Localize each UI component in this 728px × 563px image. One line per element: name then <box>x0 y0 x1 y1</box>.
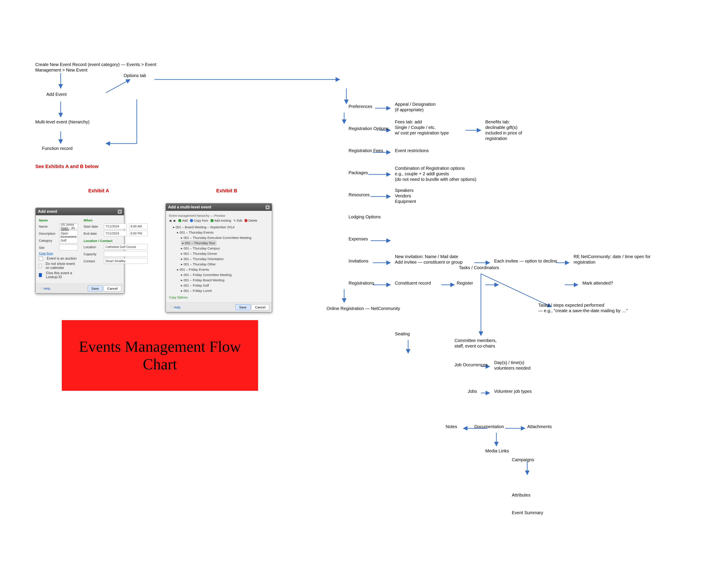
tree-item[interactable]: ▸ 001 – Friday Committee Meeting <box>169 272 269 277</box>
nav-right-icon[interactable]: ▶ <box>174 219 176 222</box>
help-link[interactable]: ❔ Help <box>38 287 50 291</box>
exhibit-a-shot: Add event ✕ Name Name US Junior Open - J… <box>35 207 124 294</box>
location-label: Location <box>84 245 102 249</box>
flow-node-n21: Attributes <box>512 492 556 498</box>
flow-node-n24: Event restrictions <box>395 148 452 153</box>
flow-node-n19: Documentation <box>474 424 527 430</box>
location-input[interactable]: Cathedral Golf Course <box>104 244 148 250</box>
flow-node-n9: Resources <box>349 192 393 197</box>
help-link[interactable]: ❔ Help <box>169 305 180 309</box>
flow-node-n2: Multi-level event (hierarchy) <box>35 119 115 125</box>
flow-node-n31: Day(s) / time(s) volunteers needed <box>494 360 560 371</box>
nav-left-icon[interactable]: ◀ <box>169 219 171 222</box>
event-tree[interactable]: ▸ 001 – Board Meeting – September 2014▸ … <box>169 224 269 294</box>
tree-item[interactable]: ▸ 001 – Board Meeting – September 2014 <box>169 224 269 230</box>
tree-item[interactable]: ▸ 001 – Thursday Campus <box>169 246 269 251</box>
site-input[interactable] <box>59 244 78 250</box>
edit-button[interactable]: ✎ Edit <box>233 219 242 222</box>
exhibit-b-shot: Add a multi-level event ✕ Event manageme… <box>165 203 272 313</box>
cb1-label: Event is an auction <box>47 256 77 260</box>
flow-node-n32: Notes <box>446 424 472 430</box>
close-icon[interactable]: ✕ <box>266 205 270 209</box>
save-button[interactable]: Save <box>88 286 103 292</box>
tree-item[interactable]: ▸ 001 – Thursday Dinner <box>169 251 269 256</box>
title-banner: Events Management Flow Chart <box>62 320 258 391</box>
exhibit-b-titlebar: Add a multi-level event ✕ <box>166 203 272 211</box>
save-button[interactable]: Save <box>235 304 250 310</box>
exhibit-b-label: Exhibit B <box>216 188 237 194</box>
cancel-button[interactable]: Cancel <box>251 304 269 310</box>
title-text: Events Management Flow Chart <box>62 338 258 373</box>
category-label: Category <box>39 239 57 242</box>
flow-node-n33: Media Links <box>485 448 529 454</box>
exhibit-b-title: Add a multi-level event <box>168 205 211 209</box>
copy-from-link[interactable]: Copy from <box>39 252 53 255</box>
tree-item[interactable]: ▸ 001 – Thursday Events <box>169 230 269 235</box>
flow-node-n7: Registration Fees <box>349 148 402 153</box>
flow-node-n30: Volunteer job types <box>494 389 556 394</box>
flow-node-n36: New invitation: Name / Mail date Add inv… <box>395 254 474 265</box>
auction-checkbox[interactable] <box>39 256 43 260</box>
arrow-n1-n4 <box>106 79 130 93</box>
exhibits-note: See Exhibits A and B below <box>35 163 99 169</box>
flow-node-n25: Speakers Vendors Equipment <box>395 188 439 204</box>
start-time-input[interactable]: 8:00 AM <box>129 223 148 229</box>
start-date-input[interactable]: 7/11/2024 <box>104 223 127 229</box>
flow-node-n20: Campaigns <box>512 457 556 463</box>
add-existing-button[interactable]: Add existing <box>210 219 231 222</box>
arrow-n16-n29 <box>481 274 552 307</box>
flow-node-n26: Fees tab: add Single / Couple / etc. w/ … <box>395 119 465 136</box>
flow-node-n18: Jobs <box>468 389 494 394</box>
section-name: Name <box>39 218 78 222</box>
flow-node-n28: Committee members, staff, event co-chair… <box>454 338 534 349</box>
lookup-id-checkbox[interactable] <box>39 273 42 277</box>
tree-item[interactable]: ▸ 001 – Friday Events <box>169 267 269 272</box>
delete-button[interactable]: Delete <box>244 219 257 222</box>
add-button[interactable]: Add <box>178 219 188 222</box>
close-icon[interactable]: ✕ <box>118 210 122 214</box>
capacity-label: Capacity <box>84 252 102 256</box>
end-label: End date <box>84 231 102 235</box>
flow-node-n13: Registrations <box>349 280 397 286</box>
start-label: Start date <box>84 224 102 228</box>
exhibit-a-title: Add event <box>38 209 57 214</box>
tree-item[interactable]: ▸ 001 – Friday Golf <box>169 283 269 288</box>
flow-node-n41: Mark attended? <box>582 280 631 286</box>
exhibit-a-label: Exhibit A <box>88 188 109 194</box>
flow-node-n34: Attachments <box>527 424 571 430</box>
hide-calendar-checkbox[interactable] <box>39 264 42 268</box>
tree-item[interactable]: ▸ 001 – Thursday Tour <box>169 240 269 246</box>
cancel-button[interactable]: Cancel <box>103 286 121 292</box>
cb3-label: Give this event a Lookup ID <box>46 271 78 279</box>
flowchart-page: Create New Event Record (event category)… <box>0 0 728 563</box>
loc-section: Location / Contact <box>84 239 148 242</box>
end-date-input[interactable]: 7/11/2024 <box>104 230 127 236</box>
flow-node-n14: Online Registration — NetCommunity <box>326 306 441 311</box>
desc-input[interactable]: Junior Open tournament <box>59 230 78 236</box>
flow-node-n1: Add Event <box>46 92 90 97</box>
flow-node-n15: Seating <box>395 331 430 337</box>
flow-node-n3: Function record <box>42 146 99 151</box>
flow-node-n27: Benefits tab: declinable gift(s) include… <box>485 119 556 141</box>
flow-node-n37: Each invitee — option to decline <box>494 258 560 264</box>
flow-node-n38: RE NetCommunity: date / time open for re… <box>574 254 666 265</box>
flow-node-n0: Create New Event Record (event category)… <box>35 62 159 73</box>
end-time-input[interactable]: 6:00 PM <box>129 230 148 236</box>
contact-label: Contact <box>84 259 102 263</box>
contact-input[interactable]: Stuart Smalley <box>104 258 148 264</box>
flow-node-n16: Tasks / Coordinators <box>459 265 529 270</box>
flow-node-n5: Preferences <box>349 104 393 109</box>
tree-item[interactable]: ▸ 001 – Thursday Executive Committee Mee… <box>169 235 269 240</box>
category-input[interactable]: Golf <box>59 237 78 243</box>
flow-node-n11: Expenses <box>349 236 393 242</box>
section-when: When <box>84 218 148 222</box>
site-label: Site <box>39 246 57 249</box>
capacity-input[interactable] <box>104 251 148 257</box>
tree-item[interactable]: ▸ 001 – Friday Lunch <box>169 288 269 294</box>
exhibit-b-toolbar: ◀ ▶ Add Copy from Add existing ✎ Edit De… <box>169 219 269 222</box>
copy-from-button[interactable]: Copy from <box>190 219 208 222</box>
cb2-label: Do not show event on calendar <box>46 262 78 270</box>
tree-item[interactable]: ▸ 001 – Friday Board Meeting <box>169 277 269 283</box>
tree-item[interactable]: ▸ 001 – Thursday Other <box>169 261 269 267</box>
tree-item[interactable]: ▸ 001 – Thursday Orientation <box>169 256 269 261</box>
